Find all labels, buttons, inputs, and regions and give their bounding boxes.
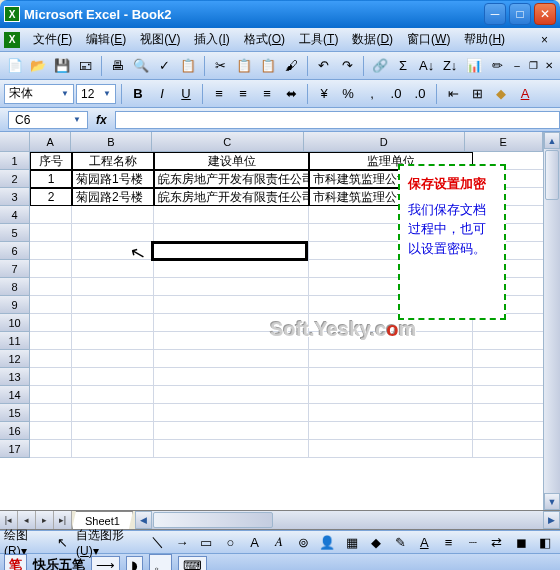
cell-A12[interactable] (30, 350, 72, 368)
menu-h[interactable]: 帮助(H) (457, 32, 512, 46)
minimize-button[interactable]: ─ (484, 3, 506, 25)
cell-B12[interactable] (72, 350, 154, 368)
font-size-box[interactable]: 12▼ (76, 84, 116, 104)
row-header-8[interactable]: 8 (0, 278, 30, 296)
col-header-B[interactable]: B (71, 132, 151, 152)
merge-center-button[interactable]: ⬌ (280, 83, 302, 105)
cell-B15[interactable] (72, 404, 154, 422)
cell-A6[interactable] (30, 242, 72, 260)
new-button[interactable]: 📄 (4, 55, 26, 77)
oval-button[interactable]: ○ (220, 531, 241, 553)
wb-minimize-button[interactable]: – (510, 59, 524, 73)
cell-A15[interactable] (30, 404, 72, 422)
dec-indent-button[interactable]: ⇤ (442, 83, 464, 105)
italic-button[interactable]: I (151, 83, 173, 105)
cell-D14[interactable] (309, 386, 473, 404)
inc-decimal-button[interactable]: .0 (385, 83, 407, 105)
wb-close-button[interactable]: ✕ (542, 59, 556, 73)
col-header-D[interactable]: D (304, 132, 465, 152)
redo-button[interactable]: ↷ (336, 55, 358, 77)
row-header-5[interactable]: 5 (0, 224, 30, 242)
picture-button[interactable]: ▦ (341, 531, 362, 553)
ime-lang-icon[interactable]: 笔 (4, 554, 27, 570)
tab-last-button[interactable]: ▸| (54, 511, 72, 529)
save-button[interactable]: 💾 (51, 55, 73, 77)
cell-C16[interactable] (154, 422, 309, 440)
col-header-A[interactable]: A (30, 132, 71, 152)
row-header-7[interactable]: 7 (0, 260, 30, 278)
row-header-17[interactable]: 17 (0, 440, 30, 458)
cell-E16[interactable] (473, 422, 543, 440)
cell-E13[interactable] (473, 368, 543, 386)
cell-B17[interactable] (72, 440, 154, 458)
cell-D13[interactable] (309, 368, 473, 386)
borders-button[interactable]: ⊞ (466, 83, 488, 105)
cell-E11[interactable] (473, 332, 543, 350)
cell-E12[interactable] (473, 350, 543, 368)
clipart-button[interactable]: 👤 (317, 531, 338, 553)
cell-B7[interactable] (72, 260, 154, 278)
wordart-button[interactable]: 𝐴 (268, 531, 289, 553)
ime-keyboard-icon[interactable]: ⌨ (178, 556, 207, 571)
research-button[interactable]: 📋 (177, 55, 199, 77)
undo-button[interactable]: ↶ (313, 55, 335, 77)
cell-E15[interactable] (473, 404, 543, 422)
ime-punct-icon[interactable]: 。 (149, 554, 172, 570)
cell-D15[interactable] (309, 404, 473, 422)
cell-B2[interactable]: 菊园路1号楼 (72, 170, 154, 188)
select-all-corner[interactable] (0, 132, 30, 152)
ime-name[interactable]: 快乐五笔 (33, 556, 85, 570)
comma-button[interactable]: , (361, 83, 383, 105)
cell-A14[interactable] (30, 386, 72, 404)
permission-button[interactable]: 🖃 (75, 55, 97, 77)
cell-C6[interactable] (154, 242, 309, 260)
cell-A11[interactable] (30, 332, 72, 350)
currency-button[interactable]: ¥ (313, 83, 335, 105)
cell-A9[interactable] (30, 296, 72, 314)
cell-B9[interactable] (72, 296, 154, 314)
maximize-button[interactable]: □ (509, 3, 531, 25)
scroll-up-button[interactable]: ▲ (544, 132, 560, 149)
formula-input[interactable] (115, 111, 560, 129)
row-header-12[interactable]: 12 (0, 350, 30, 368)
row-header-13[interactable]: 13 (0, 368, 30, 386)
sort-asc-button[interactable]: A↓ (416, 55, 438, 77)
cell-C7[interactable] (154, 260, 309, 278)
cell-C2[interactable]: 皖东房地产开发有限责任公司 (154, 170, 309, 188)
arrow-style-button[interactable]: ⇄ (486, 531, 507, 553)
cell-B1[interactable]: 工程名称 (72, 152, 154, 170)
cell-B14[interactable] (72, 386, 154, 404)
cell-B16[interactable] (72, 422, 154, 440)
font-color-button[interactable]: A (514, 83, 536, 105)
line-color-button[interactable]: ✎ (389, 531, 410, 553)
cell-C17[interactable] (154, 440, 309, 458)
cell-C3[interactable]: 皖东房地产开发有限责任公司 (154, 188, 309, 206)
name-box[interactable]: C6▼ (8, 111, 88, 129)
cut-button[interactable]: ✂ (210, 55, 232, 77)
row-header-11[interactable]: 11 (0, 332, 30, 350)
menu-i[interactable]: 插入(I) (187, 32, 236, 46)
cell-B6[interactable] (72, 242, 154, 260)
row-header-1[interactable]: 1 (0, 152, 30, 170)
print-button[interactable]: 🖶 (107, 55, 129, 77)
cell-C14[interactable] (154, 386, 309, 404)
copy-button[interactable]: 📋 (233, 55, 255, 77)
spell-button[interactable]: ✓ (154, 55, 176, 77)
open-button[interactable]: 📂 (28, 55, 50, 77)
drawing-toggle-button[interactable]: ✏ (486, 55, 508, 77)
cell-C9[interactable] (154, 296, 309, 314)
line-button[interactable]: ＼ (147, 531, 168, 553)
cell-E17[interactable] (473, 440, 543, 458)
row-header-15[interactable]: 15 (0, 404, 30, 422)
row-header-9[interactable]: 9 (0, 296, 30, 314)
wb-restore-button[interactable]: ❐ (526, 59, 540, 73)
cell-A16[interactable] (30, 422, 72, 440)
col-header-C[interactable]: C (152, 132, 304, 152)
cell-C1[interactable]: 建设单位 (154, 152, 309, 170)
menu-e[interactable]: 编辑(E) (79, 32, 133, 46)
row-header-10[interactable]: 10 (0, 314, 30, 332)
cell-A17[interactable] (30, 440, 72, 458)
cell-A7[interactable] (30, 260, 72, 278)
cell-A3[interactable]: 2 (30, 188, 72, 206)
chart-button[interactable]: 📊 (463, 55, 485, 77)
